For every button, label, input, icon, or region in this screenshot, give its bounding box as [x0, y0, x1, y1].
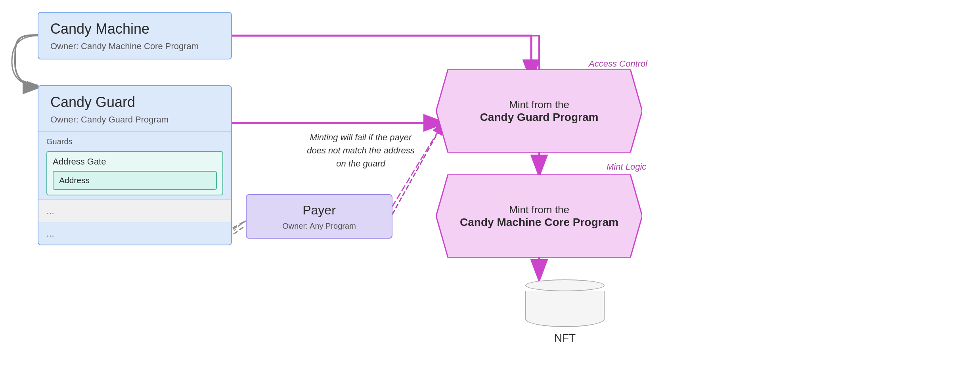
mint-core-line2: Candy Machine Core Program — [460, 216, 618, 229]
address-gate-title: Address Gate — [53, 157, 217, 167]
payer-box: Payer Owner: Any Program — [246, 194, 392, 239]
mint-guard-line2: Candy Guard Program — [464, 111, 614, 124]
candy-machine-box: Candy Machine Owner: Candy Machine Core … — [38, 12, 232, 59]
mint-guard-container: Mint from the Candy Guard Program — [436, 69, 642, 153]
candy-guard-title: Candy Guard — [50, 94, 219, 111]
mint-guard-line1: Mint from the — [464, 99, 614, 111]
guards-section: Guards Address Gate Address — [38, 132, 231, 200]
guards-label: Guards — [46, 137, 223, 146]
bottom-ellipsis: ... — [38, 222, 231, 245]
guards-ellipsis: ... — [38, 200, 231, 222]
access-control-label: Access Control — [589, 59, 647, 69]
candy-guard-header: Candy Guard Owner: Candy Guard Program — [38, 86, 231, 132]
mint-logic-label: Mint Logic — [607, 162, 646, 172]
candy-machine-subtitle: Owner: Candy Machine Core Program — [50, 41, 219, 52]
payer-title: Payer — [258, 203, 380, 218]
nft-label: NFT — [500, 332, 630, 344]
svg-line-3 — [234, 226, 245, 234]
candy-machine-title: Candy Machine — [50, 21, 219, 37]
payer-subtitle: Owner: Any Program — [258, 222, 380, 231]
candy-guard-subtitle: Owner: Candy Guard Program — [50, 115, 219, 125]
mint-core-line1: Mint from the — [460, 204, 618, 216]
cylinder-top — [525, 279, 605, 291]
address-gate-box: Address Gate Address — [46, 151, 223, 195]
svg-line-5 — [234, 221, 245, 231]
address-inner-box: Address — [53, 171, 217, 190]
cylinder-body — [525, 291, 605, 327]
mint-core-text: Mint from the Candy Machine Core Program — [460, 204, 618, 229]
svg-line-6 — [233, 221, 246, 228]
fail-text: Minting will fail if the payer does not … — [301, 131, 420, 170]
diagram-container: Candy Machine Owner: Candy Machine Core … — [0, 0, 980, 371]
candy-guard-box: Candy Guard Owner: Candy Guard Program G… — [38, 85, 232, 245]
svg-line-16 — [233, 221, 246, 229]
mint-core-container: Mint from the Candy Machine Core Program — [436, 174, 642, 258]
nft-cylinder: NFT — [500, 279, 630, 344]
mint-guard-text: Mint from the Candy Guard Program — [464, 99, 614, 124]
